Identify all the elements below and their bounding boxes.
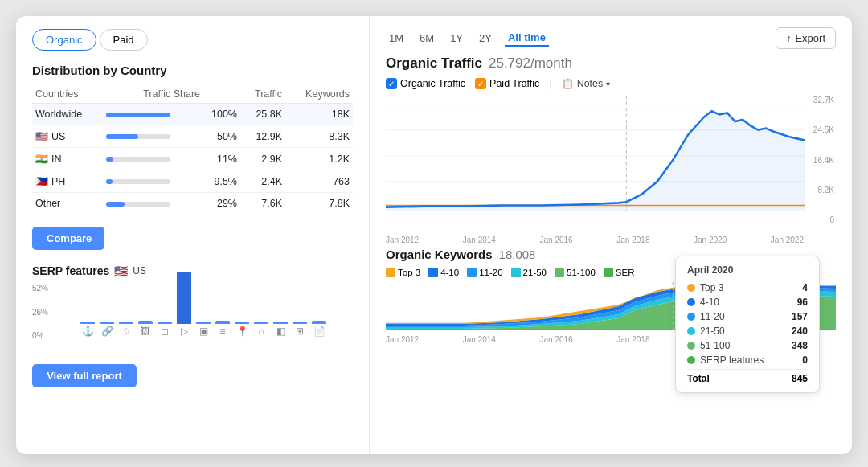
kw-legend-serp[interactable]: SER [604,268,635,277]
notes-chevron-icon: ▾ [606,80,610,88]
time-btn-all[interactable]: All time [505,30,549,47]
serp-icon-pin: 📍 [235,326,249,337]
serp-icon-list: ≡ [215,326,230,337]
distribution-title: Distribution by Country [32,63,353,77]
kw-x-2012: Jan 2012 [386,335,419,344]
tooltip-dot-11-20 [687,313,695,321]
tooltip-left-top3: Top 3 [687,282,723,293]
tab-paid[interactable]: Paid [100,29,148,51]
keywords-cell[interactable]: 1.2K [285,148,353,170]
export-button[interactable]: ↑ Export [776,27,836,49]
kw-legend-51-100[interactable]: 51-100 [555,268,596,277]
serp-bar [196,322,211,324]
kw-x-2014: Jan 2014 [463,335,496,344]
distribution-table: Countries Traffic Share Traffic Keywords… [32,85,353,214]
tooltip-dot-serp [687,356,695,364]
compare-button[interactable]: Compare [32,227,104,250]
table-row: 🇮🇳IN 11% 2.9K 1.2K [32,148,353,170]
country-cell[interactable]: 🇮🇳IN [32,148,103,170]
serp-y-labels: 52% 26% 0% [32,284,48,340]
y-label-52: 52% [32,284,48,293]
4-10-dot [428,268,438,277]
traffic-cell[interactable]: 2.9K [240,148,285,170]
serp-bar-col [80,322,95,324]
4-10-label: 4-10 [440,268,459,277]
serp-bar-col [100,322,114,324]
chart-y-labels: 32.7K 24.5K 16.4K 8.2K 0 [813,96,836,224]
traffic-cell: 25.8K [240,104,285,125]
tooltip-total-label: Total [687,373,710,384]
traffic-svg [386,96,836,224]
time-btn-6m[interactable]: 6M [416,31,437,46]
table-row: 🇺🇸US 50% 12.9K 8.3K [32,125,353,148]
tooltip-row-top3: Top 3 4 [687,282,808,293]
notes-button[interactable]: 📋 Notes ▾ [562,78,611,89]
tab-organic[interactable]: Organic [32,29,96,51]
country-cell: Worldwide [32,104,103,125]
kw-legend-top3[interactable]: Top 3 [386,268,420,277]
col-traffic-share: Traffic Share [103,85,240,104]
serp-bar-col [273,322,288,324]
left-panel: Organic Paid Distribution by Country Cou… [16,16,370,454]
x-label-2012: Jan 2012 [386,236,419,244]
legend-paid[interactable]: ✓ Paid Traffic [475,78,539,89]
time-btn-2y[interactable]: 2Y [476,31,495,46]
serp-bar [158,322,172,324]
table-row: Worldwide 100% 25.8K 18K [32,104,353,125]
kw-legend-11-20[interactable]: 11-20 [467,268,502,277]
kw-legend-21-50[interactable]: 21-50 [511,268,547,277]
traffic-cell[interactable]: 2.4K [240,170,285,193]
tooltip-title: April 2020 [687,264,808,276]
11-20-dot [467,268,477,277]
traffic-header: Organic Traffic 25,792/month [386,55,836,72]
traffic-cell[interactable]: 12.9K [240,125,285,148]
paid-checkbox[interactable]: ✓ [475,78,486,89]
serp-icon-image: 🖼 [138,326,153,337]
serp-icon-box: ◧ [273,326,288,337]
time-btn-1m[interactable]: 1M [386,31,407,46]
traffic-cell: 7.6K [240,193,285,215]
serp-bar [235,322,249,324]
kw-legend-4-10[interactable]: 4-10 [428,268,459,277]
21-50-dot [511,268,521,277]
country-cell[interactable]: 🇺🇸US [32,125,103,148]
bar-cell [103,104,197,125]
serp-bar-col [293,322,307,324]
y-label-0: 0 [813,215,834,224]
keywords-cell: 7.8K [285,193,353,215]
export-label: Export [795,32,825,44]
keywords-cell[interactable]: 8.3K [285,125,353,148]
serp-icon-grid: ⊞ [293,326,307,337]
tooltip-left-4-10: 4-10 [687,297,719,308]
keyword-tooltip: April 2020 Top 3 4 4-10 96 [675,256,820,393]
serp-bar [254,322,268,324]
notes-label: Notes [577,78,604,89]
time-btn-1y[interactable]: 1Y [447,31,466,46]
y-label-0: 0% [32,331,48,340]
svg-marker-6 [386,111,805,211]
tooltip-val-serp: 0 [802,354,808,366]
view-full-report-button[interactable]: View full report [32,364,137,387]
tooltip-row-51-100: 51-100 348 [687,340,808,351]
keywords-cell[interactable]: 763 [285,170,353,193]
traffic-value: 25,792/month [489,55,572,72]
serp-bar-col [196,322,211,324]
table-row: 🇵🇭PH 9.5% 2.4K 763 [32,170,353,193]
tooltip-dot-top3 [687,284,695,292]
tooltip-dot-4-10 [687,298,695,306]
tooltip-label-21-50: 21-50 [700,326,725,337]
11-20-label: 11-20 [479,268,502,277]
main-layout: Organic Paid Distribution by Country Cou… [16,16,852,454]
organic-checkbox[interactable]: ✓ [386,78,397,89]
tooltip-dot-51-100 [687,342,695,350]
country-cell[interactable]: 🇵🇭PH [32,170,103,193]
x-label-2022: Jan 2022 [771,236,804,244]
tooltip-total-val: 845 [792,373,808,384]
traffic-title: Organic Traffic [386,55,482,72]
traffic-chart: 32.7K 24.5K 16.4K 8.2K 0 [386,96,836,224]
legend-organic[interactable]: ✓ Organic Traffic [386,78,465,89]
serp-bar-col [215,321,230,324]
21-50-label: 21-50 [523,268,547,277]
keywords-title: Organic Keywords [386,248,493,261]
kw-x-2018: Jan 2018 [616,335,649,344]
